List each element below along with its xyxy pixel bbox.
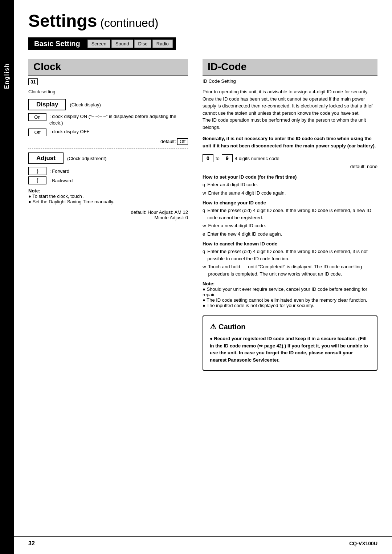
clock-note: Note: To start the clock, touch . Set th… (28, 188, 188, 204)
on-option-row: On : clock display ON (“– –:– –” is disp… (28, 113, 188, 126)
footer-model: CQ-VX100U (349, 541, 377, 546)
list-item: q Enter the preset (old) 4 digit ID code… (203, 207, 377, 221)
tab-screen[interactable]: Screen (87, 40, 110, 48)
caution-title: ⚠ Caution (210, 321, 370, 332)
display-row: Display (Clock display) (28, 99, 188, 110)
id-note-2: The ID code setting cannot be eliminated… (203, 297, 377, 303)
digits-row: 0 to 9 4 digits numeric code (203, 154, 377, 162)
id-code-section: ID-Code ID Code Setting Prior to operati… (203, 59, 377, 371)
forward-bracket: } (28, 167, 46, 175)
list-item: w Enter the same 4 digit ID code again. (203, 190, 377, 197)
how-to-change-list: q Enter the preset (old) 4 digit ID code… (203, 207, 377, 237)
adjust-box: Adjust (28, 152, 64, 164)
caution-item: Record your registered ID code and keep … (210, 335, 370, 363)
id-default: default: none (203, 164, 377, 169)
how-to-cancel-title: How to cancel the known ID code (203, 241, 377, 247)
id-note-title: Note: (203, 281, 377, 286)
bold-paragraph: Generally, it is not necessary to enter … (203, 135, 377, 149)
clock-subtitle: Clock setting (28, 89, 188, 94)
backward-bracket: { (28, 176, 46, 184)
backward-row: { : Backward (28, 176, 188, 184)
tab-radio[interactable]: Radio (152, 40, 173, 48)
list-item: w Enter a new 4 digit ID code. (203, 222, 377, 229)
english-label: English (4, 63, 10, 89)
page-footer: 32 CQ-VX100U (14, 536, 392, 547)
tab-sound[interactable]: Sound (111, 40, 133, 48)
note-title: Note: (28, 188, 188, 194)
adjust-paren: (Clock adjustment) (67, 156, 106, 161)
id-code-title: ID-Code (208, 61, 246, 72)
title-text: Settings (28, 11, 97, 30)
list-item: w Touch and hold until "Completed!" is d… (203, 263, 377, 277)
note-item-1: To start the clock, touch . (28, 194, 188, 199)
digit-from: 0 (203, 154, 213, 162)
off-box: Off (28, 129, 46, 136)
basic-setting-label: Basic Setting (29, 38, 85, 49)
clock-header: Clock (28, 59, 188, 76)
list-item: q Enter an 4 digit ID code. (203, 181, 377, 188)
id-note: Note: Should your unit ever require serv… (203, 281, 377, 308)
default-hour: default: Hour Adjust: AM 12 (131, 209, 188, 215)
id-description: Prior to operating this unit, it is advi… (203, 88, 377, 131)
english-sidebar: English (0, 0, 14, 554)
list-item: q Enter the preset (old) 4 digit ID code… (203, 248, 377, 262)
forward-desc: : Forward (49, 168, 69, 174)
how-to-cancel-list: q Enter the preset (old) 4 digit ID code… (203, 248, 377, 277)
title-continued: (continued) (97, 16, 158, 29)
display-paren: (Clock display) (70, 102, 101, 107)
dashed-divider (28, 148, 188, 149)
basic-setting-bar: Basic Setting Screen Sound Disc Radio (28, 37, 176, 50)
off-option-row: Off : clock display OFF (28, 129, 188, 136)
clock-section: Clock 31 Clock setting Display (Clock di… (28, 59, 188, 371)
off-desc: : clock display OFF (49, 129, 90, 135)
backward-desc: : Backward (49, 178, 73, 183)
footer-page-number: 32 (28, 540, 35, 547)
two-col-layout: Clock 31 Clock setting Display (Clock di… (28, 59, 377, 371)
on-box: On (28, 113, 46, 121)
caution-box: ⚠ Caution Record your registered ID code… (203, 315, 377, 371)
caution-triangle-icon: ⚠ (210, 321, 216, 332)
digit-to-label: to (216, 156, 220, 161)
default-row: default: Off (28, 138, 188, 145)
how-to-set-title: How to set your ID code (for the first t… (203, 174, 377, 180)
id-code-subtitle: ID Code Setting (203, 78, 377, 84)
id-note-3: The inputted code is not displayed for y… (203, 303, 377, 308)
default-bottom: default: Hour Adjust: AM 12 Minute Adjus… (28, 209, 188, 220)
id-note-1: Should your unit ever require service, c… (203, 286, 377, 297)
default-label: default: (160, 139, 176, 144)
adjust-row: Adjust (Clock adjustment) (28, 152, 188, 164)
display-box: Display (28, 99, 66, 110)
tab-disc[interactable]: Disc (134, 40, 151, 48)
main-content: Settings (continued) Basic Setting Scree… (14, 0, 392, 392)
how-to-change-title: How to change your ID code (203, 200, 377, 205)
note-item-2: Set the Daylight Saving Time manually. (28, 199, 188, 204)
default-minute: Minute Adjust: 0 (155, 215, 188, 220)
on-desc: : clock display ON (“– –:– –” is display… (49, 113, 188, 126)
bold-text: Generally, it is not necessary to enter … (203, 136, 376, 148)
caution-label: Caution (219, 321, 245, 332)
forward-row: } : Forward (28, 167, 188, 175)
list-item: e Enter the new 4 digit ID code again. (203, 231, 377, 238)
section-number: 31 (28, 78, 38, 85)
page: English Settings (continued) Basic Setti… (0, 0, 392, 554)
how-to-set-list: q Enter an 4 digit ID code. w Enter the … (203, 181, 377, 196)
id-code-header: ID-Code (203, 59, 377, 76)
page-title: Settings (continued) (28, 11, 377, 31)
clock-title: Clock (33, 61, 61, 72)
caution-list: Record your registered ID code and keep … (210, 335, 370, 363)
default-value: Off (177, 138, 188, 145)
digit-to: 9 (222, 154, 233, 162)
digit-desc: 4 digits numeric code (235, 156, 279, 161)
